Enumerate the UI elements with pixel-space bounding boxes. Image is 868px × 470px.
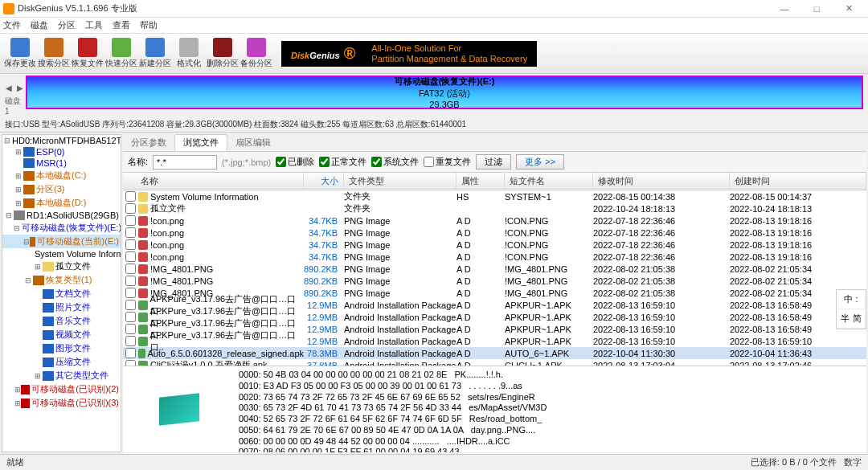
file-row[interactable]: System Volume Information文件夹HSSYSTEM~120… <box>123 190 866 202</box>
file-row[interactable]: CliCli动漫v1.0.0.吾爱净版.apk37.8MBAndroid Ins… <box>123 359 866 366</box>
col-type[interactable]: 文件类型 <box>344 173 457 190</box>
tree-node[interactable]: ⊟恢复类型(1) <box>2 273 121 287</box>
menu-帮助[interactable]: 帮助 <box>140 19 158 31</box>
tree-node[interactable]: ⊞可移动磁盘(已识别)(3) <box>2 396 121 410</box>
disk-nav[interactable]: ◀ ▶ 磁盘 1 <box>5 76 26 116</box>
expand-icon[interactable]: ⊞ <box>33 263 43 271</box>
col-name[interactable]: 名称 <box>123 173 304 190</box>
tool-恢复文件[interactable]: 恢复文件 <box>71 35 104 72</box>
ime-btn[interactable]: 半 简 <box>837 309 866 329</box>
file-checkbox[interactable] <box>125 360 136 366</box>
tree-node[interactable]: 照片文件 <box>2 300 121 314</box>
file-checkbox[interactable] <box>125 215 136 226</box>
tool-保存更改[interactable]: 保存更改 <box>3 35 37 72</box>
expand-icon[interactable]: ⊞ <box>14 399 21 407</box>
col-size[interactable]: 大小 <box>304 173 344 190</box>
menu-磁盘[interactable]: 磁盘 <box>31 19 48 31</box>
tree-node[interactable]: 音乐文件 <box>2 314 121 328</box>
ime-side-tools[interactable]: 中 :半 简 <box>836 289 866 329</box>
close-button[interactable]: ✕ <box>833 0 865 18</box>
device-tree[interactable]: ⊟HD0:MicronMTFDHBA512TDV(477GB)⊞ESP(0)MS… <box>2 134 121 452</box>
tool-快速分区[interactable]: 快速分区 <box>104 35 138 72</box>
tab-分区参数[interactable]: 分区参数 <box>123 135 174 150</box>
tree-node[interactable]: ⊟RD1:ASolidUSB(29GB) <box>2 210 121 221</box>
expand-icon[interactable]: ⊞ <box>14 186 23 194</box>
tab-扇区编辑[interactable]: 扇区编辑 <box>227 135 279 150</box>
file-checkbox[interactable] <box>125 336 136 346</box>
file-row[interactable]: !con.png34.7KBPNG ImageA D!CON.PNG2022-0… <box>123 239 866 251</box>
tree-node[interactable]: 视频文件 <box>2 328 121 341</box>
col-ctime[interactable]: 创建时间 <box>730 173 866 190</box>
tree-node[interactable]: ⊞可移动磁盘(已识别)(2) <box>2 382 121 396</box>
tree-node[interactable]: ⊞本地磁盘(C:) <box>2 169 121 182</box>
file-row[interactable]: !con.png34.7KBPNG ImageA D!CON.PNG2022-0… <box>123 251 866 263</box>
expand-icon[interactable]: ⊟ <box>14 224 20 232</box>
file-checkbox[interactable] <box>125 227 136 238</box>
file-checkbox[interactable] <box>125 203 136 214</box>
expand-icon[interactable]: ⊟ <box>4 137 10 145</box>
maximize-button[interactable]: □ <box>800 0 833 18</box>
more-button[interactable]: 更多 >> <box>516 154 564 170</box>
file-checkbox[interactable] <box>125 276 136 286</box>
tree-node[interactable]: ⊟可移动磁盘(当前)(E:) <box>2 235 121 248</box>
menu-工具[interactable]: 工具 <box>85 19 103 31</box>
file-row[interactable]: 孤立文件文件夹2022-10-24 18:18:132022-10-24 18:… <box>123 202 866 215</box>
tool-格式化[interactable]: 格式化 <box>172 35 206 72</box>
file-row[interactable]: !con.png34.7KBPNG ImageA D!CON.PNG2022-0… <box>123 227 866 239</box>
cb-normal[interactable]: 正常文件 <box>319 156 366 168</box>
expand-icon[interactable]: ⊟ <box>23 238 30 246</box>
tree-node[interactable]: MSR(1) <box>2 157 121 169</box>
expand-icon[interactable]: ⊞ <box>14 199 23 207</box>
col-sname[interactable]: 短文件名 <box>505 173 593 190</box>
tool-新建分区[interactable]: 新建分区 <box>138 35 172 72</box>
hex-dump[interactable]: 0000: 50 4B 03 04 00 00 00 00 00 00 21 0… <box>235 366 866 452</box>
tree-node[interactable]: ⊟HD0:MicronMTFDHBA512TDV(477GB) <box>2 135 121 146</box>
menu-文件[interactable]: 文件 <box>3 19 21 31</box>
expand-icon[interactable]: ⊞ <box>14 172 23 180</box>
expand-icon[interactable]: ⊟ <box>4 211 14 219</box>
menu-查看[interactable]: 查看 <box>113 19 130 31</box>
cb-dup[interactable]: 重复文件 <box>424 156 471 168</box>
file-checkbox[interactable] <box>125 251 136 262</box>
expand-icon[interactable]: ⊞ <box>14 148 23 156</box>
file-checkbox[interactable] <box>125 239 136 250</box>
tree-node[interactable]: ⊞孤立文件 <box>2 260 121 273</box>
menu-分区[interactable]: 分区 <box>58 19 76 31</box>
tree-node[interactable]: ⊟可移动磁盘(恢复文件)(E:) <box>2 221 121 235</box>
file-checkbox[interactable] <box>125 264 136 274</box>
expand-icon[interactable]: ⊞ <box>14 386 21 394</box>
file-list[interactable]: System Volume Information文件夹HSSYSTEM~120… <box>123 190 866 366</box>
expand-icon[interactable]: ⊟ <box>23 276 33 284</box>
file-row[interactable]: !con.png34.7KBPNG ImageA D!CON.PNG2022-0… <box>123 215 866 227</box>
partition-bar[interactable]: 可移动磁盘(恢复文件)(E:) FAT32 (活动) 29.3GB <box>26 76 863 109</box>
file-header[interactable]: 名称 大小 文件类型 属性 短文件名 修改时间 创建时间 <box>123 173 866 190</box>
ime-btn[interactable]: 中 : <box>837 290 866 309</box>
file-row[interactable]: Auto_6.5.0.601328_release_signed.apk78.3… <box>123 347 866 359</box>
tree-node[interactable]: ⊞其它类型文件 <box>2 369 121 382</box>
minimize-button[interactable]: — <box>768 0 800 18</box>
tree-node[interactable]: ⊞本地磁盘(D:) <box>2 196 121 210</box>
file-checkbox[interactable] <box>125 191 136 202</box>
tree-node[interactable]: ⊞分区(3) <box>2 182 121 196</box>
cb-deleted[interactable]: 已删除 <box>276 156 314 168</box>
tab-浏览文件[interactable]: 浏览文件 <box>174 134 227 151</box>
tree-node[interactable]: ⊞ESP(0) <box>2 146 121 157</box>
file-row[interactable]: !MG_4801.PNG890.2KBPNG ImageA D!MG_4801.… <box>123 263 866 275</box>
tool-删除分区[interactable]: 删除分区 <box>206 35 240 72</box>
tool-备份分区[interactable]: 备份分区 <box>240 35 273 72</box>
tree-node[interactable]: System Volume Information <box>2 248 121 260</box>
filter-button[interactable]: 过滤 <box>476 154 511 170</box>
tool-搜索分区[interactable]: 搜索分区 <box>37 35 71 72</box>
col-attr[interactable]: 属性 <box>457 173 505 190</box>
tree-node[interactable]: 图形文件 <box>2 341 121 355</box>
col-mtime[interactable]: 修改时间 <box>593 173 730 190</box>
cb-system[interactable]: 系统文件 <box>371 156 419 168</box>
nav-arrows-icon[interactable]: ◀ ▶ <box>6 84 26 92</box>
file-row[interactable]: !MG_4801.PNG890.2KBPNG ImageA D!MG_4801.… <box>123 275 866 287</box>
expand-icon[interactable]: ⊞ <box>33 372 43 380</box>
file-checkbox[interactable] <box>125 348 136 358</box>
filter-pattern-input[interactable] <box>153 155 217 170</box>
file-row[interactable]: APKPure_v3.17.96去广告@口口…口口..12.9MBAndroid… <box>123 335 866 347</box>
tree-node[interactable]: 压缩文件 <box>2 355 121 369</box>
tree-node[interactable]: 文档文件 <box>2 287 121 300</box>
